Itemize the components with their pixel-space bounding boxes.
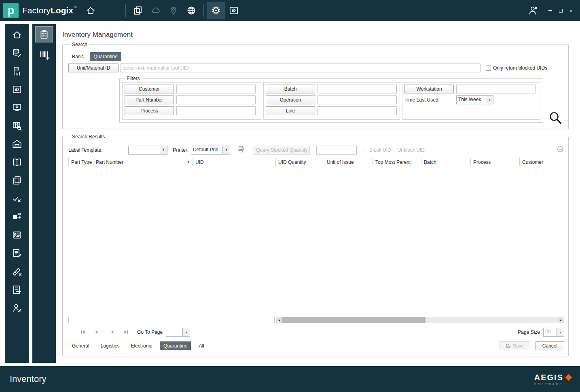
line-filter-input[interactable] [318,106,397,115]
minimize-button[interactable] [546,6,554,15]
block-uid-button[interactable]: Block UID [369,147,391,153]
scroll-right-icon[interactable]: ► [558,317,564,323]
sidebar-item-planning[interactable] [9,63,25,79]
material-transfer-icon [12,212,22,222]
tab-logistics[interactable]: Logistics [97,341,123,350]
column-header-batch[interactable]: Batch [421,158,471,166]
workstation-filter-button[interactable]: Workstation [404,85,454,93]
customer-filter-button[interactable]: Customer [125,85,174,93]
chevron-down-icon: ▼ [222,146,230,154]
part-number-filter-input[interactable] [176,95,256,104]
prev-page-button[interactable] [91,328,101,336]
column-header-part-type[interactable]: Part Type [69,158,93,166]
column-header-process[interactable]: Process [471,158,520,166]
column-header-customer[interactable]: Customer [520,158,564,166]
close-button[interactable]: × [567,6,575,15]
page-size-select[interactable]: 20▼ [543,328,564,337]
sidebar-item-design[interactable] [9,263,25,280]
query-stocked-quantity-button[interactable]: Query Stocked Quantity [254,146,310,155]
cloud-button[interactable] [147,2,165,19]
search-submit-button[interactable] [548,110,563,126]
column-header-top-most-parent[interactable]: Top Most Parent [373,158,421,166]
top-bar: p FactoryLogix™ ⚙ × [0,0,580,21]
process-filter-input[interactable] [176,106,256,115]
go-to-page-select[interactable]: ▼ [166,328,190,337]
sidebar-item-quality[interactable] [9,191,25,207]
scroll-left-icon[interactable]: ◄ [276,317,282,323]
save-button[interactable]: Save [500,341,530,350]
filter-group-1: Customer Part Number Process [122,82,261,120]
unit-material-id-button[interactable]: Unit/Material ID [68,64,119,72]
documents-button[interactable] [129,2,147,19]
page-title: Inventory Management [62,31,574,39]
sidebar-item-documentation[interactable] [9,154,25,170]
pass-fail-check-icon [12,193,22,204]
pager-row: Go To Page ▼ Page Size 20▼ [68,328,564,337]
user-button[interactable] [524,2,542,19]
column-header-part-number[interactable]: Part Number▼ [93,158,193,166]
process-filter-button[interactable]: Process [125,106,174,115]
tab-general[interactable]: General [68,341,93,350]
blocked-uids-option: Only return blocked UIDs [486,65,547,71]
tab-quarantine[interactable]: Quarantine [90,52,121,61]
sidebar-item-changeover[interactable] [9,81,25,97]
part-number-filter-button[interactable]: Part Number [125,95,174,104]
column-header-uid[interactable]: UID [193,158,276,166]
operation-filter-button[interactable]: Operation [266,95,315,104]
workstation-filter-input[interactable] [456,85,536,93]
topbar-separator [203,4,204,17]
sidebar-item-document-edit[interactable] [9,245,25,261]
tab-electronic[interactable]: Electronic [127,341,156,350]
sidebar-item-templates[interactable] [9,172,25,189]
column-header-uid-quantity[interactable]: UID Quantity [276,158,324,166]
clear-results-button[interactable] [557,146,563,154]
column-header-unit-of-issue[interactable]: Unit of Issue [324,158,373,166]
module-item-barcode-add[interactable] [36,47,52,63]
sidebar-item-records[interactable] [9,227,25,243]
batch-filter-input[interactable] [318,85,397,93]
maximize-button[interactable] [557,6,565,15]
filters-panel: Filters Customer Part Number Process Bat… [119,76,543,123]
next-page-button[interactable] [108,328,118,336]
result-type-tabs: General Logistics Electronic Quarantine … [68,341,564,350]
sidebar-item-data-grid[interactable] [9,118,25,134]
tab-quarantine-results[interactable]: Quarantine [160,341,191,350]
location-button[interactable] [165,2,182,19]
cancel-button[interactable]: Cancel [536,341,564,350]
sidebar-item-home[interactable] [9,27,25,43]
first-page-button[interactable] [78,328,88,336]
tab-all[interactable]: All [195,341,207,350]
horizontal-scrollbar[interactable]: ◄ ► [276,317,564,323]
toolbar-separator: | [363,147,364,153]
sidebar-item-document-transfer[interactable] [9,282,25,298]
sidebar-item-materials[interactable] [9,45,25,61]
book-icon [12,157,22,167]
settings-button[interactable]: ⚙ [207,2,225,19]
customer-filter-input[interactable] [176,85,256,93]
module-item-audit-selected[interactable] [35,26,53,42]
tab-basic[interactable]: Basic [68,52,87,61]
scrollbar-track[interactable] [282,317,558,323]
batch-filter-button[interactable]: Batch [266,85,315,93]
label-template-select[interactable]: ▼ [128,146,167,155]
recent-button[interactable] [225,2,243,19]
time-last-used-select[interactable]: This Week ▼ [456,95,493,104]
scrollbar-thumb[interactable] [282,317,425,323]
aegis-diamond-icon [565,374,572,381]
home-button[interactable] [82,2,99,19]
unblock-uid-button[interactable]: Unblock UID [398,147,425,153]
sidebar-item-workstation[interactable] [9,100,25,116]
last-page-button[interactable] [121,328,131,336]
quantity-input[interactable] [316,146,357,155]
time-last-used-label: Time Last Used: [404,97,454,103]
sidebar-item-warehouse[interactable] [9,136,25,152]
blocked-uids-checkbox[interactable] [486,66,491,71]
print-button[interactable] [237,145,245,155]
unit-id-input[interactable] [121,64,481,72]
operation-filter-input[interactable] [318,95,397,104]
sidebar-item-transfer[interactable] [9,209,25,225]
globe-button[interactable] [182,2,200,19]
sidebar-item-operator[interactable] [9,300,25,316]
printer-select[interactable]: Default Prin...▼ [191,146,230,155]
line-filter-button[interactable]: Line [266,106,315,115]
